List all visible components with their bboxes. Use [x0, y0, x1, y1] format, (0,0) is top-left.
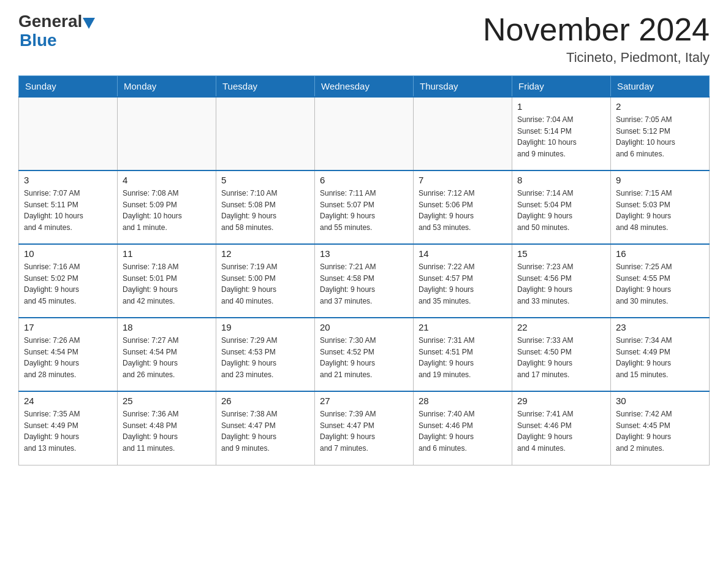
subtitle: Ticineto, Piedmont, Italy: [483, 50, 710, 66]
day-info: Sunrise: 7:08 AM Sunset: 5:09 PM Dayligh…: [123, 188, 211, 233]
day-number: 27: [320, 396, 408, 406]
week-row-1: 1Sunrise: 7:04 AM Sunset: 5:14 PM Daylig…: [19, 97, 710, 170]
day-info: Sunrise: 7:23 AM Sunset: 4:56 PM Dayligh…: [517, 261, 605, 307]
day-number: 29: [517, 396, 605, 406]
calendar-cell: 27Sunrise: 7:39 AM Sunset: 4:47 PM Dayli…: [315, 391, 414, 465]
calendar-cell: 7Sunrise: 7:12 AM Sunset: 5:06 PM Daylig…: [414, 170, 512, 244]
day-info: Sunrise: 7:22 AM Sunset: 4:57 PM Dayligh…: [419, 261, 507, 307]
day-info: Sunrise: 7:26 AM Sunset: 4:54 PM Dayligh…: [24, 335, 112, 380]
calendar-cell: [19, 97, 118, 170]
calendar-cell: 5Sunrise: 7:10 AM Sunset: 5:08 PM Daylig…: [216, 170, 315, 244]
day-info: Sunrise: 7:21 AM Sunset: 4:58 PM Dayligh…: [320, 261, 408, 307]
day-info: Sunrise: 7:34 AM Sunset: 4:49 PM Dayligh…: [616, 335, 704, 380]
day-info: Sunrise: 7:19 AM Sunset: 5:00 PM Dayligh…: [221, 261, 309, 307]
calendar-cell: 19Sunrise: 7:29 AM Sunset: 4:53 PM Dayli…: [216, 318, 315, 391]
day-number: 1: [517, 101, 605, 112]
day-number: 5: [221, 175, 309, 185]
day-number: 10: [24, 248, 112, 259]
calendar-cell: 2Sunrise: 7:05 AM Sunset: 5:12 PM Daylig…: [611, 97, 710, 170]
calendar-cell: 28Sunrise: 7:40 AM Sunset: 4:46 PM Dayli…: [414, 391, 512, 465]
day-info: Sunrise: 7:39 AM Sunset: 4:47 PM Dayligh…: [320, 408, 408, 454]
day-number: 14: [419, 248, 507, 259]
page: General Blue November 2024 Ticineto, Pie…: [0, 0, 728, 478]
title-block: November 2024 Ticineto, Piedmont, Italy: [483, 12, 710, 66]
calendar-cell: 21Sunrise: 7:31 AM Sunset: 4:51 PM Dayli…: [414, 318, 512, 391]
day-info: Sunrise: 7:27 AM Sunset: 4:54 PM Dayligh…: [123, 335, 211, 380]
day-number: 17: [24, 322, 112, 332]
day-info: Sunrise: 7:41 AM Sunset: 4:46 PM Dayligh…: [517, 408, 605, 454]
day-number: 30: [616, 396, 704, 406]
day-number: 6: [320, 175, 408, 185]
column-header-monday: Monday: [118, 76, 216, 98]
calendar-cell: 8Sunrise: 7:14 AM Sunset: 5:04 PM Daylig…: [512, 170, 611, 244]
day-number: 18: [123, 322, 211, 332]
column-header-thursday: Thursday: [414, 76, 512, 98]
day-info: Sunrise: 7:29 AM Sunset: 4:53 PM Dayligh…: [221, 335, 309, 380]
calendar-cell: [216, 97, 315, 170]
day-number: 20: [320, 322, 408, 332]
calendar-cell: [414, 97, 512, 170]
day-info: Sunrise: 7:15 AM Sunset: 5:03 PM Dayligh…: [616, 188, 704, 233]
day-number: 22: [517, 322, 605, 332]
calendar-cell: 13Sunrise: 7:21 AM Sunset: 4:58 PM Dayli…: [315, 244, 414, 318]
day-number: 23: [616, 322, 704, 332]
calendar-cell: 16Sunrise: 7:25 AM Sunset: 4:55 PM Dayli…: [611, 244, 710, 318]
calendar-cell: 23Sunrise: 7:34 AM Sunset: 4:49 PM Dayli…: [611, 318, 710, 391]
day-info: Sunrise: 7:31 AM Sunset: 4:51 PM Dayligh…: [419, 335, 507, 380]
calendar-cell: 25Sunrise: 7:36 AM Sunset: 4:48 PM Dayli…: [118, 391, 216, 465]
day-info: Sunrise: 7:16 AM Sunset: 5:02 PM Dayligh…: [24, 261, 112, 307]
day-number: 7: [419, 175, 507, 185]
day-info: Sunrise: 7:42 AM Sunset: 4:45 PM Dayligh…: [616, 408, 704, 454]
week-row-2: 3Sunrise: 7:07 AM Sunset: 5:11 PM Daylig…: [19, 170, 710, 244]
calendar-cell: 15Sunrise: 7:23 AM Sunset: 4:56 PM Dayli…: [512, 244, 611, 318]
column-header-tuesday: Tuesday: [216, 76, 315, 98]
column-header-sunday: Sunday: [19, 76, 118, 98]
day-number: 12: [221, 248, 309, 259]
week-row-4: 17Sunrise: 7:26 AM Sunset: 4:54 PM Dayli…: [19, 318, 710, 391]
calendar-cell: 4Sunrise: 7:08 AM Sunset: 5:09 PM Daylig…: [118, 170, 216, 244]
day-number: 4: [123, 175, 211, 185]
day-number: 24: [24, 396, 112, 406]
day-info: Sunrise: 7:33 AM Sunset: 4:50 PM Dayligh…: [517, 335, 605, 380]
week-row-5: 24Sunrise: 7:35 AM Sunset: 4:49 PM Dayli…: [19, 391, 710, 465]
day-number: 19: [221, 322, 309, 332]
calendar-cell: 24Sunrise: 7:35 AM Sunset: 4:49 PM Dayli…: [19, 391, 118, 465]
day-info: Sunrise: 7:05 AM Sunset: 5:12 PM Dayligh…: [616, 114, 704, 159]
calendar-cell: 6Sunrise: 7:11 AM Sunset: 5:07 PM Daylig…: [315, 170, 414, 244]
day-number: 15: [517, 248, 605, 259]
day-info: Sunrise: 7:30 AM Sunset: 4:52 PM Dayligh…: [320, 335, 408, 380]
day-number: 25: [123, 396, 211, 406]
week-row-3: 10Sunrise: 7:16 AM Sunset: 5:02 PM Dayli…: [19, 244, 710, 318]
day-number: 21: [419, 322, 507, 332]
logo-blue: Blue: [20, 31, 57, 50]
calendar-cell: [118, 97, 216, 170]
day-info: Sunrise: 7:12 AM Sunset: 5:06 PM Dayligh…: [419, 188, 507, 233]
day-info: Sunrise: 7:14 AM Sunset: 5:04 PM Dayligh…: [517, 188, 605, 233]
day-info: Sunrise: 7:38 AM Sunset: 4:47 PM Dayligh…: [221, 408, 309, 454]
calendar-cell: 30Sunrise: 7:42 AM Sunset: 4:45 PM Dayli…: [611, 391, 710, 465]
column-header-saturday: Saturday: [611, 76, 710, 98]
day-info: Sunrise: 7:36 AM Sunset: 4:48 PM Dayligh…: [123, 408, 211, 454]
day-number: 8: [517, 175, 605, 185]
calendar-header-row: SundayMondayTuesdayWednesdayThursdayFrid…: [19, 76, 710, 98]
day-number: 26: [221, 396, 309, 406]
day-info: Sunrise: 7:18 AM Sunset: 5:01 PM Dayligh…: [123, 261, 211, 307]
day-number: 28: [419, 396, 507, 406]
header: General Blue November 2024 Ticineto, Pie…: [18, 12, 710, 66]
day-number: 13: [320, 248, 408, 259]
logo: General Blue: [18, 12, 95, 50]
calendar-cell: 18Sunrise: 7:27 AM Sunset: 4:54 PM Dayli…: [118, 318, 216, 391]
calendar-cell: 9Sunrise: 7:15 AM Sunset: 5:03 PM Daylig…: [611, 170, 710, 244]
main-title: November 2024: [483, 12, 710, 47]
calendar-cell: 10Sunrise: 7:16 AM Sunset: 5:02 PM Dayli…: [19, 244, 118, 318]
calendar-cell: 11Sunrise: 7:18 AM Sunset: 5:01 PM Dayli…: [118, 244, 216, 318]
day-info: Sunrise: 7:25 AM Sunset: 4:55 PM Dayligh…: [616, 261, 704, 307]
logo-general: General: [18, 12, 82, 31]
day-info: Sunrise: 7:35 AM Sunset: 4:49 PM Dayligh…: [24, 408, 112, 454]
day-info: Sunrise: 7:11 AM Sunset: 5:07 PM Dayligh…: [320, 188, 408, 233]
calendar-cell: 29Sunrise: 7:41 AM Sunset: 4:46 PM Dayli…: [512, 391, 611, 465]
calendar-cell: 12Sunrise: 7:19 AM Sunset: 5:00 PM Dayli…: [216, 244, 315, 318]
day-number: 2: [616, 101, 704, 112]
day-info: Sunrise: 7:40 AM Sunset: 4:46 PM Dayligh…: [419, 408, 507, 454]
day-number: 9: [616, 175, 704, 185]
